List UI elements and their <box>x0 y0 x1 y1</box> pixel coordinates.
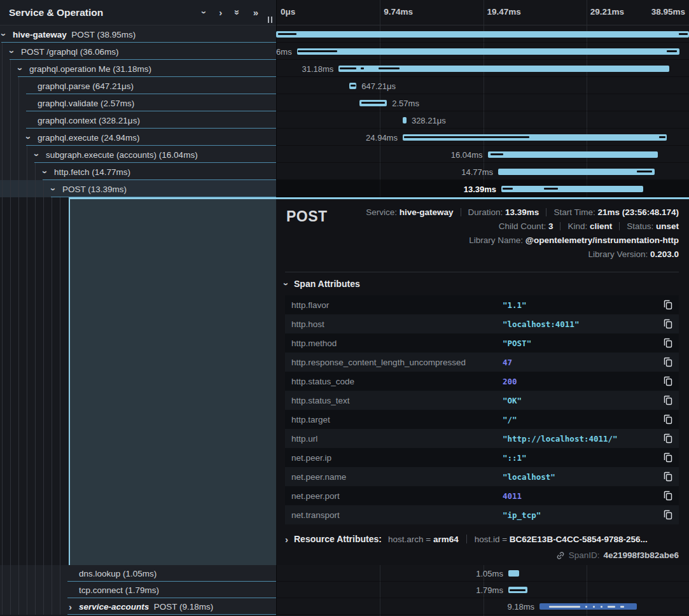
chevron-right-icon[interactable]: › <box>219 8 222 18</box>
copy-icon[interactable] <box>664 414 672 424</box>
span-bar[interactable] <box>359 100 387 106</box>
copy-icon[interactable] <box>664 376 672 386</box>
panel-resize-grip[interactable] <box>268 17 272 23</box>
meta-label: Library Name: <box>469 235 525 245</box>
span-bar[interactable] <box>501 186 643 192</box>
span-tree-row[interactable]: graphql.context (328.21μs) <box>0 111 276 129</box>
span-tree-row[interactable]: ›hive-gateway POST (38.95ms) <box>0 25 276 43</box>
span-bar[interactable] <box>508 570 519 577</box>
span-tree-row[interactable]: dns.lookup (1.05ms) <box>0 565 276 582</box>
span-tree-row[interactable]: ›http.fetch (14.77ms) <box>0 163 276 180</box>
span-bar[interactable] <box>508 587 527 593</box>
span-id-label: SpanID: <box>569 550 600 560</box>
span-bar[interactable] <box>276 31 689 38</box>
indent-guide <box>35 180 36 197</box>
copy-icon[interactable] <box>664 452 672 463</box>
attribute-row: net.peer.ip"::1" <box>285 448 679 467</box>
span-attributes-header[interactable]: › Span Attributes <box>285 272 679 295</box>
attribute-value: 200 <box>503 377 664 386</box>
chevron-down-icon[interactable]: › <box>203 8 206 18</box>
span-bar[interactable] <box>539 603 637 610</box>
copy-icon[interactable] <box>664 319 672 329</box>
attribute-key: http.url <box>291 434 503 444</box>
attribute-key: http.flavor <box>291 300 503 310</box>
expand-chevron[interactable]: › <box>11 46 14 58</box>
span-row: tcp.connect (1.79ms)1.79ms <box>0 582 689 598</box>
chevron-right-icon: › <box>285 535 288 544</box>
indent-guide <box>18 197 19 565</box>
span-tree-row[interactable]: ›graphql.operation Me (31.18ms) <box>0 60 276 77</box>
indent-guide <box>35 582 36 598</box>
span-tree-row[interactable]: ›POST /graphql (36.06ms) <box>0 43 276 60</box>
meta-divider <box>461 208 461 216</box>
resource-attribute: host.arch = arm64 <box>388 535 459 544</box>
span-bar[interactable] <box>338 66 669 72</box>
indent-guide <box>2 94 3 111</box>
attribute-value: "ip_tcp" <box>503 510 664 520</box>
span-bar-lane: 14.77ms <box>276 163 689 180</box>
copy-icon[interactable] <box>664 357 672 367</box>
span-bar-lane: 36.06ms <box>276 43 689 60</box>
span-tree-row[interactable]: ›service-accounts POST (9.18ms) <box>0 598 276 615</box>
span-row: ›graphql.operation Me (31.18ms)31.18ms <box>0 60 689 77</box>
selected-span-expanded-block <box>69 197 276 565</box>
indent-guide <box>10 582 11 598</box>
meta-divider <box>560 222 560 230</box>
indent-guide <box>18 598 19 615</box>
span-detail-panel: POST Service: hive-gatewayDuration: 13.3… <box>276 197 689 565</box>
span-bar[interactable] <box>403 134 667 141</box>
meta-label: Start Time: <box>553 207 597 217</box>
span-bar[interactable] <box>297 48 679 55</box>
expand-chevron[interactable]: › <box>36 150 39 161</box>
indent-guide <box>18 77 19 94</box>
copy-icon[interactable] <box>664 491 672 501</box>
span-duration-label: 2.57ms <box>392 98 419 108</box>
expand-chevron[interactable]: › <box>69 601 72 613</box>
copy-icon[interactable] <box>664 510 672 520</box>
copy-icon[interactable] <box>664 472 672 482</box>
expand-chevron[interactable]: › <box>52 184 55 195</box>
attribute-key: net.peer.ip <box>291 453 503 463</box>
span-row-label: graphql.parse (647.21μs) <box>38 81 134 90</box>
timeline-tick-label: 9.74ms <box>384 7 413 17</box>
span-tree-row[interactable]: ›graphql.execute (24.94ms) <box>0 129 276 146</box>
span-bar[interactable] <box>349 83 356 89</box>
link-icon <box>556 551 565 560</box>
expand-chevron[interactable]: › <box>3 29 6 41</box>
copy-icon[interactable] <box>664 433 672 444</box>
double-chevron-down-icon[interactable]: » <box>235 8 240 18</box>
indent-guide <box>10 197 11 565</box>
span-tree-row[interactable]: tcp.connect (1.79ms) <box>0 582 276 598</box>
bar-self-segment <box>601 606 602 608</box>
span-tree-row[interactable]: ›subgraph.execute (accounts) (16.04ms) <box>0 146 276 163</box>
span-bar-lane: 38.95ms <box>276 25 689 43</box>
span-bar[interactable] <box>498 169 655 175</box>
resource-attributes-row[interactable]: › Resource Attributes: host.arch = arm64… <box>285 534 679 544</box>
attribute-value: "/" <box>503 415 664 424</box>
span-tree-row[interactable]: graphql.parse (647.21μs) <box>0 77 276 94</box>
copy-icon[interactable] <box>664 300 672 310</box>
double-chevron-right-icon[interactable]: » <box>253 8 258 18</box>
detail-meta-line: Child Count: 3Kind: clientStatus: unset <box>285 220 679 234</box>
span-row-label: graphql.execute (24.94ms) <box>38 132 140 142</box>
expand-chevron[interactable]: › <box>44 167 47 178</box>
attribute-value: 47 <box>503 358 664 367</box>
indent-guide <box>35 565 36 582</box>
span-duration-label: 1.05ms <box>476 569 503 578</box>
meta-value: unset <box>656 221 679 231</box>
span-detail-title: POST <box>286 208 328 225</box>
span-row-label: POST /graphql (36.06ms) <box>21 46 119 56</box>
span-tree-row[interactable]: ›POST (13.39ms) <box>0 180 276 197</box>
bar-self-segment <box>298 50 337 52</box>
expand-chevron[interactable]: › <box>27 132 31 144</box>
bar-self-segment <box>620 606 624 608</box>
span-bar[interactable] <box>488 151 658 158</box>
meta-label: Status: <box>627 221 656 231</box>
span-tree-row[interactable]: graphql.validate (2.57ms) <box>0 94 276 111</box>
copy-icon[interactable] <box>664 395 672 405</box>
attribute-value: "::1" <box>503 453 664 463</box>
copy-icon[interactable] <box>664 338 672 348</box>
span-bar[interactable] <box>403 117 406 123</box>
indent-guide <box>2 582 3 598</box>
expand-chevron[interactable]: › <box>19 64 22 75</box>
